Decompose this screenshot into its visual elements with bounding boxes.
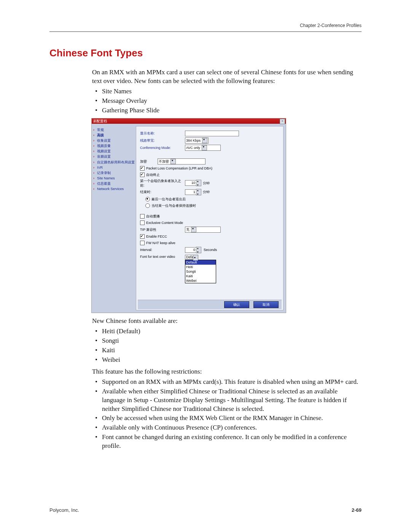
auto-end-checkbox[interactable]: [140, 173, 145, 177]
label-tip-compat: TIP 兼容性: [140, 227, 185, 232]
label-enable-fecc: Enable FECC: [146, 234, 167, 239]
label-end-option-2: 当结束一位与会者保持连接时: [151, 203, 196, 208]
auto-layout-checkbox[interactable]: [140, 214, 145, 219]
fonts-list: Heiti (Default) Songti Kaiti Weibei: [92, 327, 362, 364]
close-icon[interactable]: ×: [280, 119, 285, 124]
restriction-item: Font cannot be changed during an existin…: [92, 433, 362, 451]
dialog-title: 新配置档: [93, 119, 107, 123]
nav-item[interactable]: 记录录制: [93, 171, 134, 175]
font-item: Heiti (Default): [92, 327, 362, 336]
label-before-join: 第一个会端仍身未者加入之前:: [140, 179, 185, 188]
dialog-footer: 确认 取消: [138, 300, 282, 309]
nav-item[interactable]: 常规: [93, 128, 134, 132]
cancel-button[interactable]: 取消: [253, 301, 279, 308]
label-encryption: 加密: [140, 159, 158, 164]
nav-item[interactable]: 高级: [93, 133, 134, 137]
end-option-2-radio[interactable]: [145, 203, 150, 208]
font-item: Songti: [92, 337, 362, 345]
chapter-header: Chapter 2-Conference Profiles: [49, 23, 362, 28]
dialog-titlebar: 新配置档 ×: [92, 118, 286, 124]
fonts-intro: New Chinese fonts available are:: [92, 317, 362, 326]
label-font-over-video: Font for text over video: [140, 254, 185, 259]
label-auto-layout: 自动重播: [146, 214, 160, 219]
header-rule: [49, 31, 362, 32]
tip-compat-select[interactable]: 无: [185, 227, 221, 233]
label-minutes: 分钟: [203, 181, 210, 185]
label-fw-nat: FW NAT keep alive: [146, 241, 175, 245]
font-option[interactable]: Songti: [185, 269, 216, 274]
encryption-select[interactable]: 不加密: [158, 158, 206, 165]
font-option[interactable]: Default: [185, 260, 216, 265]
line-rate-select[interactable]: 384 Kbps: [185, 137, 209, 144]
label-end-option-1: 最后一位与会者退出后: [151, 197, 186, 201]
feature-item: Message Overlay: [92, 97, 362, 105]
nav-item[interactable]: 收集设置: [93, 138, 134, 143]
feature-item: Site Names: [92, 87, 362, 96]
tip-compat-value: 无: [186, 227, 190, 232]
label-minutes: 分钟: [203, 190, 210, 194]
interval-spinner[interactable]: 0: [185, 247, 201, 253]
chevron-down-icon: [202, 138, 207, 143]
spinner-buttons-icon[interactable]: [196, 247, 201, 253]
feature-item: Gathering Phase Slide: [92, 106, 362, 115]
section-title: Chinese Font Types: [49, 47, 362, 59]
spinner-buttons-icon[interactable]: [196, 180, 201, 186]
conf-mode-value: AVC only: [186, 145, 200, 150]
nav-item[interactable]: 自定颜色标用和布局设置: [93, 160, 134, 165]
enable-fecc-checkbox[interactable]: [140, 234, 145, 239]
restriction-item: Available only with Continuous Presence …: [92, 423, 362, 432]
lpr-checkbox[interactable]: [140, 166, 145, 171]
exclusive-content-checkbox[interactable]: [140, 220, 145, 225]
dialog-nav: 常规 高级 收集设置 视频质量 视频设置 音频设置 自定颜色标用和布局设置 IV…: [92, 124, 136, 313]
label-lpr: Packet Loss Compensation (LPR and DBA): [146, 166, 212, 171]
ok-button[interactable]: 确认: [224, 301, 249, 308]
interval-value: 0: [185, 247, 196, 253]
chevron-down-icon: [170, 159, 176, 164]
nav-item[interactable]: 视频设置: [93, 149, 134, 153]
restrictions-intro: This feature has the following restricti…: [92, 367, 362, 376]
before-join-spinner[interactable]: 10: [185, 180, 201, 186]
line-rate-value: 384 Kbps: [186, 138, 201, 143]
restriction-item: Supported on an RMX with an MPMx card(s)…: [92, 378, 362, 387]
spinner-buttons-icon[interactable]: [196, 189, 201, 195]
features-list: Site Names Message Overlay Gathering Pha…: [92, 87, 362, 115]
font-option[interactable]: Weibei: [185, 278, 216, 283]
restriction-item: Only be accessed when using the RMX Web …: [92, 414, 362, 423]
chevron-down-icon: [193, 255, 198, 260]
label-interval: Interval:: [140, 248, 185, 252]
font-option[interactable]: Kaiti: [185, 274, 216, 278]
end-option-1-radio[interactable]: [145, 197, 150, 201]
nav-item[interactable]: 信息覆盖: [93, 181, 134, 186]
fw-nat-checkbox[interactable]: [140, 241, 145, 245]
font-item: Kaiti: [92, 346, 362, 355]
display-name-input[interactable]: [185, 131, 239, 136]
label-display-name: 显示名称:: [140, 131, 185, 136]
footer-company: Polycom, Inc.: [49, 507, 79, 513]
chevron-down-icon: [202, 145, 207, 150]
font-item: Weibei: [92, 356, 362, 364]
nav-item[interactable]: IVR: [93, 165, 134, 170]
label-exclusive-content: Exclusive Content Mode: [146, 220, 183, 225]
encryption-value: 不加密: [159, 159, 169, 164]
nav-item[interactable]: Site Names: [93, 176, 134, 181]
font-dropdown[interactable]: Default Default Heiti Songti Kaiti Weibe…: [185, 254, 216, 283]
label-line-rate: 线路带宽:: [140, 138, 185, 143]
label-conf-mode: Conferencing Mode:: [140, 145, 185, 150]
label-at-end: 结束时:: [140, 190, 185, 194]
chevron-down-icon: [191, 227, 196, 232]
at-end-spinner[interactable]: 1: [185, 189, 201, 195]
restrictions-list: Supported on an RMX with an MPMx card(s)…: [92, 378, 362, 451]
label-auto-end: 自动终止: [146, 173, 160, 177]
dialog-main: 显示名称: 线路带宽: 384 Kbps Conferencing Mode:: [136, 126, 284, 310]
profile-dialog: 新配置档 × 常规 高级 收集设置 视频质量 视频设置 音频设置 自定颜色标用和…: [91, 118, 286, 313]
restriction-item: Available when either Simplified Chinese…: [92, 387, 362, 414]
nav-item[interactable]: 视频质量: [93, 144, 134, 148]
before-join-value: 10: [185, 180, 196, 186]
intro-paragraph: On an RMX with an MPMx card a user can s…: [92, 68, 362, 86]
conf-mode-select[interactable]: AVC only: [185, 145, 221, 151]
label-seconds: Seconds: [204, 248, 217, 252]
footer-page-number: 2-69: [352, 507, 362, 513]
nav-item[interactable]: Network Services: [93, 187, 134, 191]
nav-item[interactable]: 音频设置: [93, 154, 134, 159]
font-option[interactable]: Heiti: [185, 265, 216, 269]
